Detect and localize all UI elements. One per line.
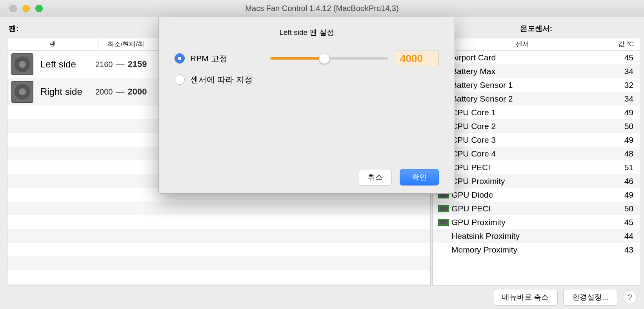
sensor-row[interactable]: Memory Proximity43 [433,243,640,256]
fan-min: 2160 [95,60,113,69]
fan-column-header[interactable]: 팬 [7,38,98,50]
sensor-row[interactable]: CPU Core 250 [433,119,640,133]
gpu-chip-icon [438,219,449,226]
sensors-table: 센서 값 °C Airport Card45Battery Max34Batte… [432,38,640,285]
sensor-name: CPU PECI [451,163,612,172]
sensors-table-body[interactable]: Airport Card45Battery Max34Battery Senso… [433,51,640,285]
sensor-name: CPU Core 2 [451,122,612,131]
fixed-rpm-row: RPM 고정 [175,48,439,69]
sensor-name: GPU Proximity [451,218,612,227]
sensor-row[interactable]: GPU Proximity45 [433,215,640,229]
cancel-button[interactable]: 취소 [359,169,392,185]
sensor-value: 49 [612,108,636,117]
sensor-name: CPU Core 1 [451,108,612,117]
sensor-row[interactable]: GPU PECI50 [433,202,640,215]
sensor-row[interactable]: GPU Diode49 [433,188,640,202]
fan-name: Right side [40,86,95,97]
sensor-name: Memory Proximity [451,245,612,254]
gpu-chip-icon [438,205,449,212]
sensor-value: 46 [612,176,636,186]
value-column-header[interactable]: 값 °C [612,38,640,50]
sensor-value: 32 [612,80,636,90]
fan-name: Left side [40,59,95,70]
sensor-value: 49 [612,135,636,145]
sensor-value: 44 [612,231,636,241]
sensor-icon-slot [436,205,451,212]
sensor-value: 45 [612,218,636,227]
sensors-pane: 온도센서: 센서 값 °C Airport Card45Battery Max3… [431,17,644,285]
sensor-value: 45 [612,53,636,62]
preferences-button[interactable]: 환경설정... [563,289,617,305]
sensor-name: CPU Proximity [451,176,612,186]
sensors-label: 온도센서: [432,21,640,38]
sensor-name: Heatsink Proximity [451,231,612,241]
sensor-name: GPU Diode [451,190,612,200]
sensor-value: 43 [612,245,636,254]
dialog-footer: 취소 확인 [175,169,439,185]
sensor-value: 50 [612,204,636,213]
fan-stats: 2160—2159 [95,59,147,69]
sensor-row[interactable]: CPU PECI51 [433,160,640,174]
empty-row [7,270,430,284]
maximize-window-icon[interactable] [35,5,43,12]
fan-stats: 2000—2000 [95,87,147,97]
sensor-row[interactable]: CPU Proximity46 [433,174,640,188]
fan-settings-dialog: Left side 팬 설정 RPM 고정 센서에 따라 지정 취소 확인 [158,17,455,194]
empty-row [7,202,430,215]
close-window-icon[interactable] [9,5,17,12]
empty-row [7,284,430,285]
sensor-icon-slot [436,219,451,226]
minimize-window-icon[interactable] [22,5,30,12]
sensor-row[interactable]: Battery Sensor 132 [433,78,640,92]
sensor-row[interactable]: CPU Core 349 [433,133,640,147]
fan-current: 2000 [128,87,147,97]
sensor-based-row: 센서에 따라 지정 [175,69,439,90]
help-button[interactable]: ? [623,290,637,304]
sensor-value: 51 [612,163,636,172]
titlebar: Macs Fan Control 1.4.12 (MacBookPro14,3) [0,0,644,17]
sensor-name: Battery Sensor 2 [451,94,612,104]
sensor-row[interactable]: Battery Max34 [433,64,640,78]
empty-row [7,256,430,270]
sensor-value: 34 [612,67,636,76]
slider-thumb[interactable] [319,53,330,64]
sensor-based-label: 센서에 따라 지정 [190,74,253,85]
empty-row [7,243,430,256]
sensor-row[interactable]: Heatsink Proximity44 [433,229,640,243]
sensor-value: 50 [612,122,636,131]
rpm-slider[interactable] [270,57,388,60]
sensor-row[interactable]: CPU Core 448 [433,147,640,160]
fan-min: 2000 [95,87,113,96]
sensors-table-header: 센서 값 °C [433,38,640,51]
sensor-name: CPU Core 4 [451,149,612,158]
window-title: Macs Fan Control 1.4.12 (MacBookPro14,3) [0,4,644,13]
dialog-title: Left side 팬 설정 [175,27,439,38]
bottom-toolbar: 메뉴바로 축소 환경설정... ? [0,285,644,309]
empty-row [7,215,430,229]
slider-fill [270,57,324,60]
fan-icon [11,53,33,75]
rpm-controls [270,51,439,66]
sensor-name: CPU Core 3 [451,135,612,145]
fan-icon [11,81,33,103]
sensor-value: 49 [612,190,636,200]
sensor-column-header[interactable]: 센서 [433,38,612,50]
empty-row [7,229,430,243]
rpm-input[interactable] [396,51,439,66]
stats-column-header[interactable]: 최소/현재/최 [98,38,153,50]
sensor-name: Battery Max [451,67,612,76]
fixed-rpm-label: RPM 고정 [190,53,227,64]
sensor-row[interactable]: CPU Core 149 [433,105,640,119]
fixed-rpm-radio[interactable] [175,53,185,64]
sensor-row[interactable]: Battery Sensor 234 [433,92,640,105]
collapse-menubar-button[interactable]: 메뉴바로 축소 [493,289,558,305]
traffic-lights [0,5,43,12]
sensor-row[interactable]: Airport Card45 [433,51,640,64]
sensor-based-radio[interactable] [175,75,185,85]
sensor-name: Battery Sensor 1 [451,80,612,90]
ok-button[interactable]: 확인 [400,169,439,185]
sensor-value: 48 [612,149,636,158]
fan-current: 2159 [128,59,147,69]
sensor-name: Airport Card [451,53,612,62]
sensor-value: 34 [612,94,636,104]
